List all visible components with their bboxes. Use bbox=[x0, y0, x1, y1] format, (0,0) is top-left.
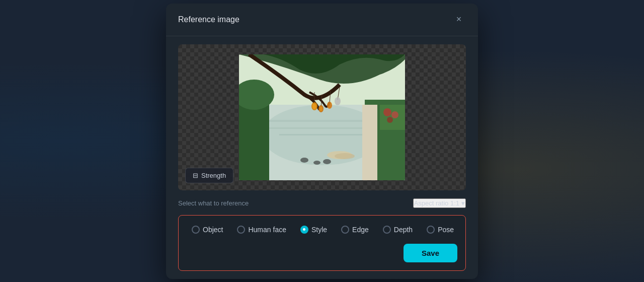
radio-circle-edge bbox=[341, 226, 349, 234]
svg-point-22 bbox=[300, 158, 308, 163]
radio-options-row: Object Human face Style Edge Depth bbox=[187, 223, 457, 237]
radio-option-human-face[interactable]: Human face bbox=[232, 223, 291, 237]
radio-circle-human-face bbox=[237, 226, 245, 234]
svg-point-19 bbox=[335, 97, 341, 105]
radio-option-pose[interactable]: Pose bbox=[422, 223, 459, 237]
svg-point-17 bbox=[327, 102, 332, 109]
strength-label: Strength bbox=[201, 172, 226, 179]
aspect-ratio-button[interactable]: Aspect ratio 1:1 ▾ bbox=[413, 198, 466, 208]
aspect-ratio-label: Aspect ratio 1:1 bbox=[414, 199, 459, 207]
radio-label-object: Object bbox=[203, 226, 223, 234]
scene-image bbox=[239, 54, 405, 180]
radio-option-depth[interactable]: Depth bbox=[378, 223, 418, 237]
modal-header: Reference image × bbox=[166, 4, 478, 36]
svg-rect-25 bbox=[380, 105, 405, 130]
strength-button[interactable]: ⊟ Strength bbox=[185, 168, 233, 183]
svg-point-21 bbox=[335, 153, 355, 159]
chevron-down-icon: ▾ bbox=[461, 199, 465, 207]
svg-rect-5 bbox=[279, 134, 365, 135]
svg-rect-4 bbox=[269, 127, 370, 129]
radio-circle-depth bbox=[383, 226, 391, 234]
strength-icon: ⊟ bbox=[193, 172, 198, 179]
radio-option-edge[interactable]: Edge bbox=[336, 223, 374, 237]
controls-area: Select what to reference Aspect ratio 1:… bbox=[166, 198, 478, 279]
svg-point-15 bbox=[319, 106, 323, 111]
svg-point-26 bbox=[383, 108, 391, 116]
radio-circle-object bbox=[192, 226, 200, 234]
radio-label-depth: Depth bbox=[394, 226, 413, 234]
radio-label-pose: Pose bbox=[438, 226, 454, 234]
reference-label-row: Select what to reference Aspect ratio 1:… bbox=[178, 198, 466, 208]
svg-point-12 bbox=[312, 103, 316, 109]
radio-label-edge: Edge bbox=[352, 226, 369, 234]
close-button[interactable]: × bbox=[452, 13, 466, 27]
svg-point-23 bbox=[313, 161, 320, 165]
svg-point-27 bbox=[391, 111, 398, 118]
radio-label-style: Style bbox=[311, 226, 327, 234]
radio-circle-style bbox=[300, 226, 308, 234]
select-reference-label: Select what to reference bbox=[178, 199, 249, 207]
image-area: ⊟ Strength bbox=[178, 44, 466, 190]
reference-image-modal: Reference image × bbox=[166, 4, 478, 279]
radio-label-human-face: Human face bbox=[248, 226, 286, 234]
radio-circle-pose bbox=[427, 226, 435, 234]
svg-point-24 bbox=[323, 159, 331, 164]
radio-group-container: Object Human face Style Edge Depth bbox=[178, 215, 466, 271]
image-container bbox=[239, 54, 405, 180]
svg-point-28 bbox=[387, 117, 393, 123]
modal-title: Reference image bbox=[178, 15, 239, 24]
svg-rect-9 bbox=[362, 105, 377, 180]
radio-option-object[interactable]: Object bbox=[187, 223, 228, 237]
bottom-row: Save bbox=[187, 244, 457, 262]
save-button[interactable]: Save bbox=[404, 244, 457, 262]
radio-option-style[interactable]: Style bbox=[295, 223, 332, 237]
